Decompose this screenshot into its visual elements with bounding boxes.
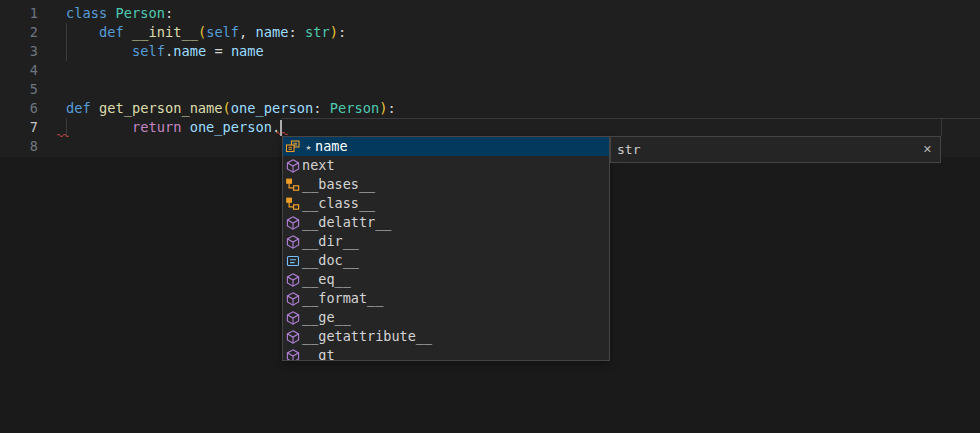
code-token: : [338,24,346,40]
suggest-item[interactable]: ★name [283,137,609,156]
suggest-item-label: __bases__ [302,175,375,194]
code-token: self [132,43,165,59]
line-number[interactable]: 7 [0,118,38,137]
code-token: __init__ [132,24,198,40]
code-token: ) [330,24,338,40]
suggest-item-label: name [315,137,348,156]
method-icon [285,215,301,231]
method-icon [285,234,301,250]
code-token: class [66,5,107,21]
line-number[interactable]: 5 [0,80,38,99]
code-line[interactable]: def get_person_name(one_person: Person): [66,99,396,118]
code-token [297,24,305,40]
code-token: Person [115,5,164,21]
line-number[interactable]: 6 [0,99,38,118]
method-icon [285,310,301,326]
preselect-star-icon: ★ [302,142,315,152]
code-token: str [305,24,330,40]
suggest-item[interactable]: __class__ [283,194,609,213]
method-icon [285,348,301,362]
code-token [247,24,255,40]
field-icon [285,139,301,155]
code-token: one_person [231,100,313,116]
suggest-item[interactable]: __ge__ [283,308,609,327]
suggest-item[interactable]: next [283,156,609,175]
suggest-item-label: __eq__ [302,270,351,289]
code-token [66,43,132,59]
close-icon[interactable]: ✕ [923,143,932,156]
suggest-item[interactable]: __getattribute__ [283,327,609,346]
suggest-item[interactable]: __bases__ [283,175,609,194]
suggest-item-label: next [302,156,335,175]
code-token: def [99,24,124,40]
suggest-item-label: __doc__ [302,251,359,270]
method-icon [285,158,301,174]
suggest-item[interactable]: __dir__ [283,232,609,251]
detail-pane-edge [941,118,942,136]
line-number[interactable]: 8 [0,137,38,156]
suggest-item-label: __class__ [302,194,375,213]
code-token: get_person_name [99,100,223,116]
code-line[interactable]: self.name = name [66,42,264,61]
suggest-widget: ★namenext__bases____class____delattr____… [282,136,610,361]
suggest-detail-pane: str ✕ [610,136,941,163]
method-icon [285,291,301,307]
code-token [124,24,132,40]
code-token [66,24,99,40]
suggest-item[interactable]: __delattr__ [283,213,609,232]
code-line[interactable]: def __init__(self, name: str): [66,23,346,42]
suggest-item-label: __delattr__ [302,213,391,232]
code-token: : [387,100,395,116]
code-token: name [173,43,206,59]
current-line-border [281,118,980,119]
detail-type-label: str [617,142,923,157]
code-token [322,100,330,116]
suggest-item[interactable]: __format__ [283,289,609,308]
suggest-item-label: __getattribute__ [302,327,432,346]
code-token: name [231,43,264,59]
method-icon [285,329,301,345]
method-icon [285,272,301,288]
code-token: self [206,24,239,40]
code-token: one_person [190,119,272,135]
line-number[interactable]: 3 [0,42,38,61]
vscode-editor: 12345678 class Person: def __init__(self… [0,0,980,433]
class-icon [285,177,301,193]
code-token [66,119,132,135]
code-token: ( [198,24,206,40]
suggest-item-label: __gt__ [302,346,351,361]
code-token: return [132,119,181,135]
line-number[interactable]: 2 [0,23,38,42]
code-line[interactable]: class Person: [66,4,173,23]
code-token: name [256,24,289,40]
suggest-item-label: __dir__ [302,232,359,251]
constant-icon [285,253,301,269]
indent-guide [66,23,67,61]
suggest-item-label: __ge__ [302,308,351,327]
code-token [91,100,99,116]
code-token: . [165,43,173,59]
code-token: ( [223,100,231,116]
error-squiggle [276,130,288,135]
text-cursor [280,120,282,136]
line-number[interactable]: 4 [0,61,38,80]
suggest-item[interactable]: __eq__ [283,270,609,289]
code-token: : [313,100,321,116]
class-icon [285,196,301,212]
suggest-item-label: __format__ [302,289,383,308]
code-token: def [66,100,91,116]
code-token: : [165,5,173,21]
code-token: Person [330,100,379,116]
code-line[interactable]: return one_person. [66,118,280,137]
code-token [181,119,189,135]
suggest-item[interactable]: __doc__ [283,251,609,270]
code-token: = [214,43,222,59]
code-token [223,43,231,59]
code-token: : [289,24,297,40]
line-number[interactable]: 1 [0,4,38,23]
error-squiggle [57,132,69,137]
suggest-item[interactable]: __gt__ [283,346,609,361]
